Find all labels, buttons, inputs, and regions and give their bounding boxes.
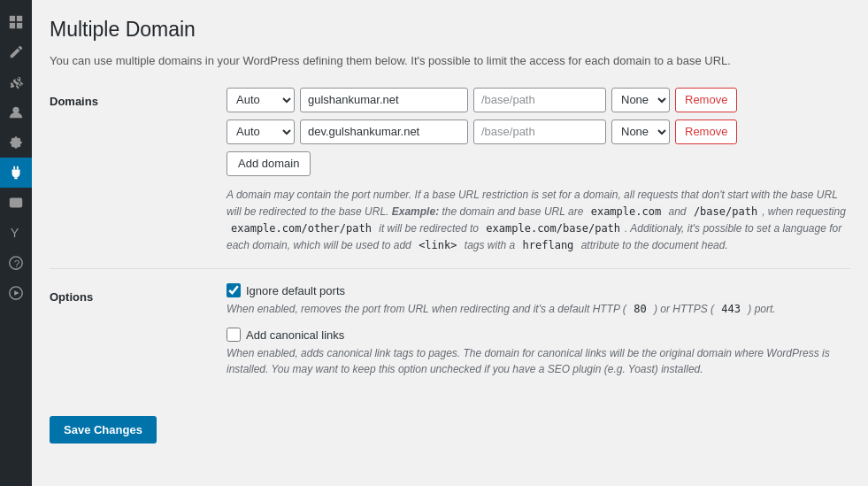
domains-info-text: A domain may contain the port number. If… [227, 187, 850, 255]
svg-rect-0 [10, 16, 15, 21]
option-label-ignore-ports[interactable]: Ignore default ports [227, 283, 850, 297]
sidebar-item-gear[interactable] [0, 127, 32, 158]
sidebar-item-edit[interactable] [0, 37, 32, 67]
options-section: Options Ignore default ports When enable… [50, 283, 850, 388]
svg-text:?: ? [14, 258, 20, 269]
option-desc-ignore-ports: When enabled, removes the port from URL … [227, 301, 850, 317]
option-text-canonical: Add canonical links [246, 328, 344, 342]
svg-text:Y: Y [11, 226, 19, 240]
domain-input-1[interactable] [300, 88, 468, 112]
none-select-1[interactable]: None [611, 88, 670, 112]
sidebar-item-user[interactable] [0, 97, 32, 127]
main-content: Multiple Domain You can use multiple dom… [32, 0, 868, 486]
sidebar-item-help[interactable]: ? [0, 248, 32, 278]
options-field: Ignore default ports When enabled, remov… [227, 283, 850, 388]
option-row-ignore-ports: Ignore default ports When enabled, remov… [227, 283, 850, 317]
checkbox-ignore-ports[interactable] [227, 283, 241, 297]
option-text-ignore-ports: Ignore default ports [246, 284, 345, 297]
checkbox-canonical[interactable] [227, 328, 241, 342]
option-row-canonical: Add canonical links When enabled, adds c… [227, 328, 850, 377]
option-label-canonical[interactable]: Add canonical links [227, 328, 850, 342]
remove-button-1[interactable]: Remove [675, 88, 737, 112]
sidebar: Y ? [0, 0, 32, 486]
svg-rect-7 [17, 166, 19, 170]
svg-rect-6 [13, 166, 15, 170]
svg-rect-8 [14, 177, 18, 179]
domains-label: Domains [50, 88, 227, 255]
svg-point-4 [12, 107, 19, 113]
domain-select-1[interactable]: Auto English French [227, 88, 295, 112]
page-title: Multiple Domain [50, 18, 850, 42]
domain-row-2: Auto English French None Remove [227, 120, 850, 144]
page-description: You can use multiple domains in your Wor… [50, 52, 850, 70]
add-domain-button[interactable]: Add domain [227, 151, 311, 176]
domain-row-1: Auto English French None Remove [227, 88, 850, 112]
domains-section: Domains Auto English French None Remove [50, 88, 850, 255]
domain-select-2[interactable]: Auto English French [227, 120, 295, 144]
remove-button-2[interactable]: Remove [675, 120, 737, 144]
options-label: Options [50, 283, 227, 388]
none-select-2[interactable]: None [611, 120, 670, 144]
svg-marker-14 [14, 290, 19, 295]
domain-input-2[interactable] [300, 120, 468, 144]
domains-field: Auto English French None Remove Auto [227, 88, 850, 255]
save-changes-button[interactable]: Save Changes [50, 416, 157, 444]
sidebar-item-wrench[interactable] [0, 67, 32, 97]
sidebar-item-yoast[interactable]: Y [0, 218, 32, 248]
option-desc-canonical: When enabled, adds canonical link tags t… [227, 345, 850, 377]
path-input-2[interactable] [473, 120, 606, 144]
path-input-1[interactable] [473, 88, 606, 112]
sidebar-item-plugin[interactable] [0, 158, 32, 188]
section-divider [50, 268, 850, 269]
svg-rect-1 [17, 16, 22, 21]
svg-rect-3 [17, 23, 22, 28]
sidebar-item-dashboard[interactable] [0, 7, 32, 37]
svg-rect-2 [10, 23, 15, 28]
sidebar-item-play[interactable] [0, 278, 32, 308]
sidebar-item-mail[interactable] [0, 188, 32, 218]
